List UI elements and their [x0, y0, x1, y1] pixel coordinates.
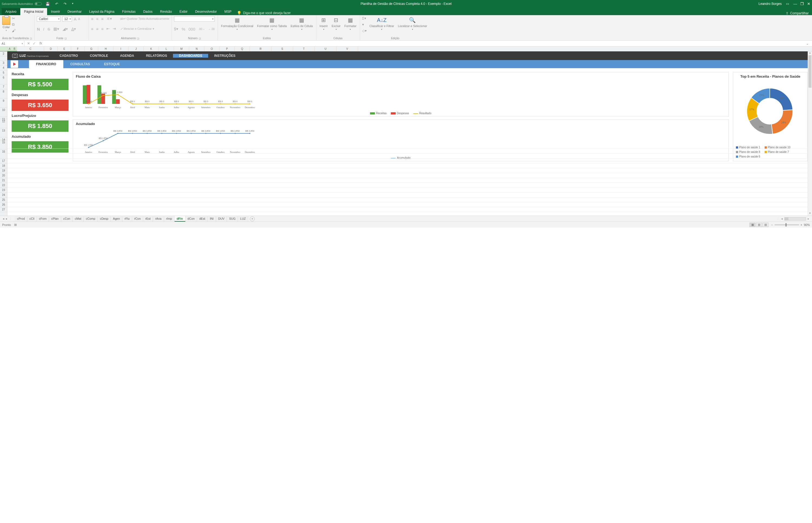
decrease-font-icon[interactable]: A [78, 17, 80, 21]
sheet-tab-cPlan[interactable]: cPlan [49, 216, 61, 221]
decrease-decimal-icon[interactable]: ←.00 [208, 28, 215, 31]
sheet-tab-dFin[interactable]: dFin [175, 216, 186, 221]
add-sheet-button[interactable]: + [250, 216, 255, 221]
nav-dashboards[interactable]: DASHBOARDS [173, 54, 208, 58]
increase-font-icon[interactable]: A [74, 17, 76, 21]
tab-formulas[interactable]: Fórmulas [118, 8, 139, 15]
zoom-level[interactable]: 90% [804, 223, 810, 227]
increase-decimal-icon[interactable]: .00→ [198, 28, 205, 31]
sheet-nav-first-icon[interactable]: ◂ [3, 217, 4, 220]
format-painter-icon[interactable]: 🖌 [12, 29, 16, 33]
sheet-tab-cComp[interactable]: cComp [84, 216, 98, 221]
vertical-scrollbar[interactable]: ▲ ▼ [808, 51, 812, 216]
align-center-icon[interactable]: ≡ [96, 26, 99, 31]
sheet-tab-rCon[interactable]: rCon [132, 216, 143, 221]
sheet-tab-rAna[interactable]: rAna [153, 216, 164, 221]
user-name[interactable]: Leandro Borges [759, 2, 782, 6]
sheet-tab-Agen[interactable]: Agen [111, 216, 122, 221]
increase-indent-icon[interactable]: ⇥ [112, 26, 116, 31]
enter-formula-icon[interactable]: ✓ [33, 41, 36, 46]
sheet-tab-cDesp[interactable]: cDesp [98, 216, 111, 221]
play-button[interactable] [11, 60, 18, 68]
hscroll-left-icon[interactable]: ◂ [780, 217, 784, 220]
comma-icon[interactable]: 000 [188, 27, 195, 31]
subtab-financeiro[interactable]: FINANCEIRO [29, 60, 63, 68]
autosave-toggle[interactable]: Salvamento Automático [2, 2, 42, 5]
font-color-icon[interactable]: A▾ [71, 26, 76, 31]
tab-draw[interactable]: Desenhar [64, 8, 85, 15]
nav-cadastro[interactable]: CADASTRO [54, 54, 84, 58]
sheet-tab-cCon[interactable]: cCon [61, 216, 73, 221]
formula-input[interactable] [45, 41, 803, 46]
align-top-icon[interactable]: ≡ [91, 17, 93, 21]
undo-icon[interactable]: ↶ [55, 2, 58, 6]
sheet-tab-cProd[interactable]: cProd [15, 216, 27, 221]
italic-icon[interactable]: I [43, 27, 44, 31]
cell-styles-button[interactable]: ▦Estilos de Célula▾ [289, 16, 314, 31]
sheet-tab-rImp[interactable]: rImp [164, 216, 175, 221]
tab-developer[interactable]: Desenvolvedor [191, 8, 220, 15]
accounting-icon[interactable]: $▾ [174, 26, 178, 31]
zoom-slider[interactable] [775, 224, 799, 226]
delete-cells-button[interactable]: ⊟Excluir▾ [331, 16, 341, 31]
sheet-tab-rEst[interactable]: rEst [143, 216, 153, 221]
sheet-tab-cForn[interactable]: cForn [37, 216, 49, 221]
nav-agenda[interactable]: AGENDA [114, 54, 140, 58]
align-right-icon[interactable]: ≡ [101, 26, 104, 31]
subtab-consultas[interactable]: CONSULTAS [63, 60, 97, 68]
macro-record-icon[interactable]: ▦ [14, 223, 17, 227]
sheet-tab-dCon[interactable]: dCon [186, 216, 197, 221]
nav-instrucoes[interactable]: INSTRUÇÕES [208, 54, 242, 58]
tell-me-search[interactable]: 💡 Diga-me o que você deseja fazer [237, 11, 291, 15]
clear-icon[interactable]: ◇▾ [362, 29, 367, 33]
font-name-combo[interactable]: Calibri [37, 16, 60, 22]
autosave-switch-icon[interactable] [35, 2, 42, 5]
sort-filter-button[interactable]: A↓ZClassificar e Filtrar▾ [368, 16, 395, 31]
name-box[interactable]: A1 [0, 41, 24, 46]
format-cells-button[interactable]: ▦Formatar▾ [343, 16, 357, 31]
border-icon[interactable]: ▦▾ [53, 26, 59, 31]
subtab-estoque[interactable]: ESTOQUE [97, 60, 127, 68]
tab-data[interactable]: Dados [139, 8, 156, 15]
clipboard-launcher-icon[interactable]: ◲ [30, 37, 32, 40]
tab-home[interactable]: Página Inicial [20, 8, 47, 15]
align-bottom-icon[interactable]: ≡ [101, 17, 104, 21]
orientation-icon[interactable]: ⤭▾ [106, 16, 112, 21]
bold-icon[interactable]: N [37, 27, 40, 31]
view-page-layout-icon[interactable]: ▥ [756, 223, 762, 227]
ribbon-display-icon[interactable]: ▭ [786, 2, 789, 6]
sheet-tab-SUG[interactable]: SUG [227, 216, 238, 221]
copy-icon[interactable]: ⧉ [12, 22, 16, 27]
sheet-tab-cCli[interactable]: cCli [27, 216, 37, 221]
view-normal-icon[interactable]: ▦ [749, 223, 755, 227]
save-icon[interactable]: 💾 [46, 2, 50, 6]
paste-button[interactable]: Colar ▾ [2, 16, 10, 33]
cut-icon[interactable]: ✂ [12, 16, 16, 21]
underline-icon[interactable]: S [47, 27, 50, 31]
decrease-indent-icon[interactable]: ⇤ [106, 26, 110, 31]
fx-icon[interactable]: fx [39, 41, 42, 46]
redo-icon[interactable]: ↷ [64, 2, 67, 6]
sheet-tab-cMat[interactable]: cMat [73, 216, 84, 221]
insert-cells-button[interactable]: ⊞Inserir▾ [319, 16, 329, 31]
percent-icon[interactable]: % [182, 27, 185, 31]
cancel-formula-icon[interactable]: ✕ [27, 41, 30, 46]
horizontal-scrollbar[interactable] [784, 217, 806, 220]
maximize-icon[interactable]: ❐ [800, 2, 804, 6]
fill-icon[interactable]: ▾ [362, 22, 367, 26]
tab-insert[interactable]: Inserir [47, 8, 64, 15]
minimize-icon[interactable]: — [793, 2, 797, 6]
tab-layout[interactable]: Layout da Página [85, 8, 118, 15]
align-left-icon[interactable]: ≡ [91, 26, 93, 31]
zoom-in-icon[interactable]: + [801, 223, 802, 227]
tab-msp[interactable]: MSP [220, 8, 235, 15]
tab-review[interactable]: Revisão [156, 8, 176, 15]
fill-color-icon[interactable]: ◢▾ [63, 26, 68, 31]
zoom-out-icon[interactable]: − [771, 223, 773, 227]
sheet-tab-DUV[interactable]: DUV [216, 216, 227, 221]
find-select-button[interactable]: 🔍Localizar e Selecionar▾ [397, 16, 428, 31]
formula-bar-expand-icon[interactable]: ⌄ [803, 42, 812, 46]
hscroll-right-icon[interactable]: ▸ [807, 217, 810, 220]
sheet-tab-LUZ[interactable]: LUZ [238, 216, 248, 221]
sheet-tab-INI[interactable]: INI [208, 216, 216, 221]
